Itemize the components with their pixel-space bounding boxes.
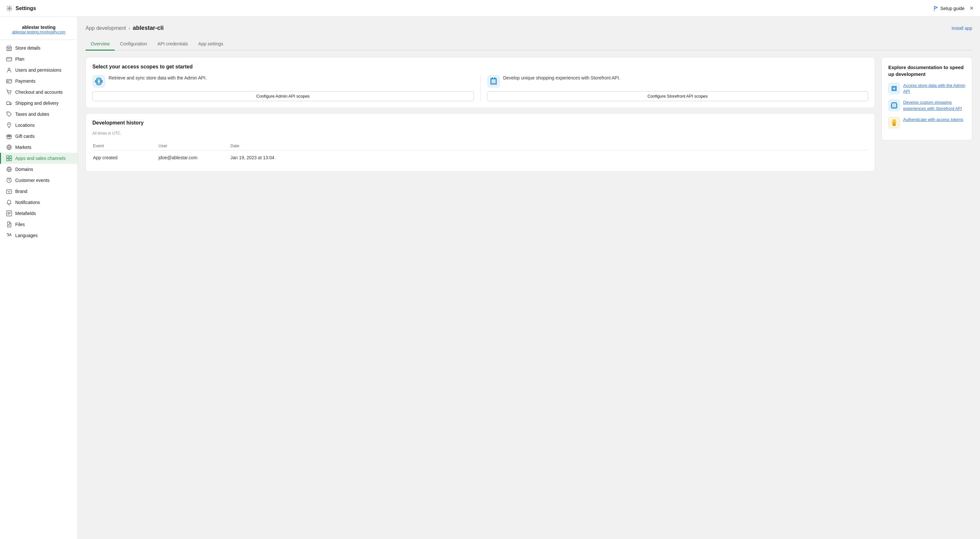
svg-rect-42 xyxy=(96,78,97,80)
col-user: User xyxy=(159,141,230,150)
sidebar-item-payments[interactable]: Payments xyxy=(0,76,78,86)
close-button[interactable]: × xyxy=(970,5,974,12)
svg-rect-54 xyxy=(492,78,493,79)
sidebar-item-domains[interactable]: Domains xyxy=(0,164,78,175)
sidebar-item-store-details[interactable]: Store details xyxy=(0,43,78,54)
sidebar-label-users-permissions: Users and permissions xyxy=(15,67,61,73)
sidebar-item-shipping-delivery[interactable]: Shipping and delivery xyxy=(0,97,78,108)
notifications-icon xyxy=(6,199,12,205)
sidebar-label-apps-sales-channels: Apps and sales channels xyxy=(15,156,66,161)
tab-api-credentials[interactable]: API credentials xyxy=(152,38,193,51)
svg-rect-30 xyxy=(6,190,12,194)
sidebar-item-gift-cards[interactable]: Gift cards xyxy=(0,131,78,142)
sidebar-item-users-permissions[interactable]: Users and permissions xyxy=(0,65,78,76)
sidebar-item-metafields[interactable]: Metafields xyxy=(0,208,78,219)
doc-link-0[interactable]: Access store data with the Admin API xyxy=(903,83,966,94)
sidebar-label-customer-events: Customer events xyxy=(15,178,49,183)
sidebar-label-taxes-duties: Taxes and duties xyxy=(15,112,49,117)
doc-item-0: Access store data with the Admin API xyxy=(888,83,966,94)
doc-link-1[interactable]: Develop custom shopping experiences with… xyxy=(903,100,966,111)
svg-rect-71 xyxy=(892,121,896,123)
content-main: Select your access scopes to get started xyxy=(86,57,875,172)
history-subtitle: All times in UTC. xyxy=(92,131,868,136)
svg-rect-23 xyxy=(10,156,12,158)
storefront-api-icon xyxy=(487,75,500,88)
svg-point-0 xyxy=(9,8,10,9)
topbar-title: Settings xyxy=(16,5,36,11)
svg-rect-53 xyxy=(492,80,495,83)
svg-rect-2 xyxy=(8,48,10,51)
layout: ablestar testing ablestar-testing.myshop… xyxy=(0,17,980,539)
scopes-card-title: Select your access scopes to get started xyxy=(92,64,868,70)
configure-admin-api-button[interactable]: Configure Admin API scopes xyxy=(92,91,474,101)
doc-item-2: Authenticate with access tokens xyxy=(888,117,966,128)
admin-api-header: Retrieve and sync store data with the Ad… xyxy=(92,75,474,88)
sidebar-item-files[interactable]: Files xyxy=(0,219,78,230)
plan-icon xyxy=(6,56,12,62)
svg-rect-74 xyxy=(894,124,895,126)
storefront-api-header: Develop unique shopping experiences with… xyxy=(487,75,869,88)
sidebar-label-brand: Brand xyxy=(15,189,27,194)
breadcrumb-separator: › xyxy=(129,25,130,31)
store-url[interactable]: ablestar-testing.myshopify.com xyxy=(5,30,72,34)
sidebar-item-languages[interactable]: Languages xyxy=(0,230,78,241)
svg-rect-22 xyxy=(6,156,9,158)
svg-rect-6 xyxy=(6,80,12,83)
sidebar-label-plan: Plan xyxy=(15,56,24,62)
sidebar-label-payments: Payments xyxy=(15,78,35,84)
svg-point-5 xyxy=(8,68,10,70)
content-side: Explore documentation to speed up develo… xyxy=(881,57,972,172)
sidebar-item-checkout-accounts[interactable]: Checkout and accounts xyxy=(0,86,78,97)
flag-icon xyxy=(933,6,939,11)
svg-rect-44 xyxy=(96,83,97,85)
store-details-icon xyxy=(6,45,12,51)
languages-icon xyxy=(6,233,12,238)
sidebar-label-store-details: Store details xyxy=(15,45,40,51)
svg-rect-49 xyxy=(490,78,497,80)
svg-rect-67 xyxy=(891,107,897,108)
sidebar-item-taxes-duties[interactable]: Taxes and duties xyxy=(0,108,78,120)
svg-point-14 xyxy=(8,113,8,113)
sidebar-item-apps-sales-channels[interactable]: Apps and sales channels xyxy=(0,153,78,164)
main-content: App development › ablestar-cli Install a… xyxy=(78,17,980,539)
sidebar-item-markets[interactable]: Markets xyxy=(0,142,78,153)
breadcrumb: App development › ablestar-cli xyxy=(86,25,164,32)
sidebar-item-customer-events[interactable]: Customer events xyxy=(0,175,78,186)
docs-links: Access store data with the Admin APIDeve… xyxy=(888,83,966,128)
tab-configuration[interactable]: Configuration xyxy=(115,38,152,51)
sidebar-label-notifications: Notifications xyxy=(15,200,40,205)
gift-cards-icon xyxy=(6,133,12,139)
doc-icon-0 xyxy=(888,83,900,94)
svg-rect-3 xyxy=(6,57,12,61)
svg-point-15 xyxy=(9,124,10,125)
tabs: OverviewConfigurationAPI credentialsApp … xyxy=(86,38,972,51)
settings-gear-icon xyxy=(6,5,12,11)
admin-api-icon xyxy=(92,75,105,88)
sidebar-item-locations[interactable]: Locations xyxy=(0,120,78,131)
page-header: App development › ablestar-cli Install a… xyxy=(86,25,972,32)
sidebar-item-notifications[interactable]: Notifications xyxy=(0,197,78,208)
svg-rect-11 xyxy=(6,102,10,104)
tab-app-settings[interactable]: App settings xyxy=(193,38,229,51)
install-app-button[interactable]: Install app xyxy=(951,26,972,31)
shipping-delivery-icon xyxy=(6,100,12,106)
sidebar-label-domains: Domains xyxy=(15,167,33,172)
configure-storefront-api-button[interactable]: Configure Storefront API scopes xyxy=(487,91,869,101)
history-table: Event User Date App createdjdoe@ablestar… xyxy=(92,141,868,165)
breadcrumb-current: ablestar-cli xyxy=(133,25,164,32)
doc-link-2[interactable]: Authenticate with access tokens xyxy=(903,117,963,123)
tab-overview[interactable]: Overview xyxy=(86,38,115,51)
payments-icon xyxy=(6,78,12,84)
doc-item-1: Develop custom shopping experiences with… xyxy=(888,100,966,111)
breadcrumb-parent[interactable]: App development xyxy=(86,25,126,31)
svg-rect-68 xyxy=(893,104,896,107)
sidebar-item-brand[interactable]: Brand xyxy=(0,186,78,197)
admin-api-scope: Retrieve and sync store data with the Ad… xyxy=(92,75,474,101)
svg-rect-40 xyxy=(102,80,103,83)
sidebar-item-plan[interactable]: Plan xyxy=(0,54,78,65)
setup-guide-button[interactable]: Setup guide xyxy=(933,6,965,11)
sidebar-label-markets: Markets xyxy=(15,145,32,150)
topbar-left: Settings xyxy=(6,5,36,11)
svg-rect-45 xyxy=(100,83,102,85)
brand-icon xyxy=(6,188,12,194)
